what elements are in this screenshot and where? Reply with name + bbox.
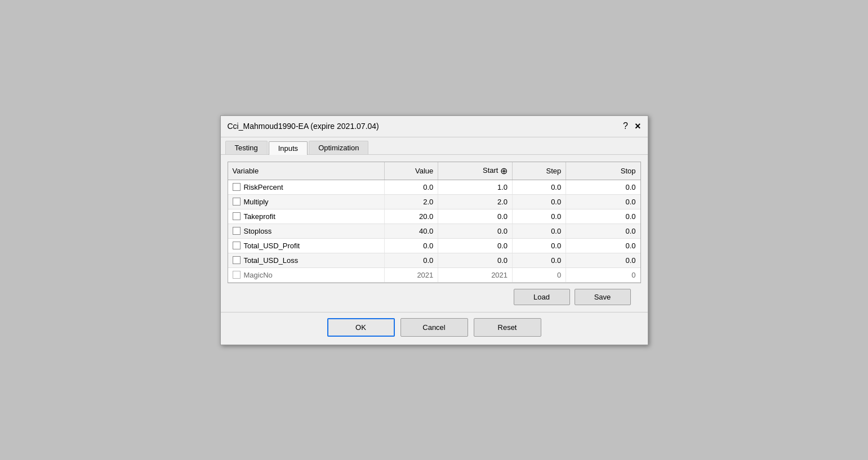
table-row: Multiply2.02.00.00.0 xyxy=(228,194,640,209)
row-checkbox[interactable] xyxy=(233,256,241,264)
reset-button[interactable]: Reset xyxy=(474,318,541,337)
cell-stop[interactable]: 0.0 xyxy=(566,253,640,267)
window-title: Cci_Mahmoud1990-EA (expire 2021.07.04) xyxy=(228,122,379,131)
table-row: Stoploss40.00.00.00.0 xyxy=(228,224,640,238)
cell-variable: MagicNo xyxy=(228,267,385,282)
tab-testing[interactable]: Testing xyxy=(225,141,268,154)
cell-variable: RiskPercent xyxy=(228,180,385,195)
save-button[interactable]: Save xyxy=(575,289,631,305)
cell-stop[interactable]: 0 xyxy=(566,267,640,282)
close-button[interactable]: × xyxy=(635,120,641,132)
cell-step[interactable]: 0.0 xyxy=(513,180,566,195)
col-header-value: Value xyxy=(385,162,438,180)
cell-value[interactable]: 2.0 xyxy=(385,194,438,209)
cell-stop[interactable]: 0.0 xyxy=(566,224,640,238)
cell-variable: Total_USD_Profit xyxy=(228,238,385,253)
cell-value[interactable]: 20.0 xyxy=(385,209,438,224)
main-window: Cci_Mahmoud1990-EA (expire 2021.07.04) ?… xyxy=(220,115,648,345)
cell-value[interactable]: 0.0 xyxy=(385,253,438,267)
cell-step[interactable]: 0 xyxy=(513,267,566,282)
cell-start[interactable]: 2021 xyxy=(438,267,513,282)
ok-button[interactable]: OK xyxy=(327,318,395,337)
col-header-start[interactable]: Start ⊕ xyxy=(438,162,513,180)
table-action-buttons: Load Save xyxy=(228,289,641,305)
variable-name: Takeprofit xyxy=(244,212,275,221)
table-scroll-area[interactable]: RiskPercent0.01.00.00.0Multiply2.02.00.0… xyxy=(228,180,640,283)
cell-variable: Multiply xyxy=(228,194,385,209)
tab-content: Variable Value Start ⊕ Step xyxy=(221,155,648,312)
load-button[interactable]: Load xyxy=(514,289,570,305)
table-row: Total_USD_Loss0.00.00.00.0 xyxy=(228,253,640,267)
cell-step[interactable]: 0.0 xyxy=(513,194,566,209)
table-row: MagicNo2021202100 xyxy=(228,267,640,282)
table-row: Total_USD_Profit0.00.00.00.0 xyxy=(228,238,640,253)
cell-variable: Total_USD_Loss xyxy=(228,253,385,267)
column-headers: Variable Value Start ⊕ Step xyxy=(228,162,640,180)
variable-name: RiskPercent xyxy=(244,183,283,191)
cell-start[interactable]: 0.0 xyxy=(438,209,513,224)
variable-name: Total_USD_Profit xyxy=(244,242,300,250)
cancel-button[interactable]: Cancel xyxy=(400,318,468,337)
inputs-table: RiskPercent0.01.00.00.0Multiply2.02.00.0… xyxy=(228,180,640,283)
inputs-table-container: Variable Value Start ⊕ Step xyxy=(228,162,641,283)
row-checkbox[interactable] xyxy=(233,242,241,249)
cell-step[interactable]: 0.0 xyxy=(513,238,566,253)
table-row: RiskPercent0.01.00.00.0 xyxy=(228,180,640,195)
col-header-stop: Stop xyxy=(566,162,640,180)
table-row: Takeprofit20.00.00.00.0 xyxy=(228,209,640,224)
col-header-step: Step xyxy=(513,162,566,180)
tab-inputs[interactable]: Inputs xyxy=(269,141,308,155)
title-bar: Cci_Mahmoud1990-EA (expire 2021.07.04) ?… xyxy=(221,116,648,137)
cell-value[interactable]: 0.0 xyxy=(385,238,438,253)
cell-start[interactable]: 0.0 xyxy=(438,238,513,253)
row-checkbox[interactable] xyxy=(233,271,241,279)
cell-start[interactable]: 1.0 xyxy=(438,180,513,195)
cell-stop[interactable]: 0.0 xyxy=(566,209,640,224)
variable-name: MagicNo xyxy=(244,271,273,279)
variable-name: Stoploss xyxy=(244,227,272,235)
row-checkbox[interactable] xyxy=(233,183,241,191)
cell-step[interactable]: 0.0 xyxy=(513,224,566,238)
footer: OK Cancel Reset xyxy=(221,312,648,345)
tab-optimization[interactable]: Optimization xyxy=(309,141,368,154)
cell-variable: Takeprofit xyxy=(228,209,385,224)
cell-stop[interactable]: 0.0 xyxy=(566,238,640,253)
cell-stop[interactable]: 0.0 xyxy=(566,194,640,209)
row-checkbox[interactable] xyxy=(233,198,241,206)
cell-variable: Stoploss xyxy=(228,224,385,238)
cell-start[interactable]: 0.0 xyxy=(438,224,513,238)
row-checkbox[interactable] xyxy=(233,212,241,220)
variable-name: Multiply xyxy=(244,198,269,206)
cell-stop[interactable]: 0.0 xyxy=(566,180,640,195)
cell-start[interactable]: 0.0 xyxy=(438,253,513,267)
title-bar-controls: ? × xyxy=(623,120,640,132)
cell-value[interactable]: 0.0 xyxy=(385,180,438,195)
help-button[interactable]: ? xyxy=(623,121,628,131)
col-header-variable: Variable xyxy=(228,162,385,180)
variable-name: Total_USD_Loss xyxy=(244,256,299,265)
cell-value[interactable]: 2021 xyxy=(385,267,438,282)
cell-step[interactable]: 0.0 xyxy=(513,253,566,267)
cell-value[interactable]: 40.0 xyxy=(385,224,438,238)
row-checkbox[interactable] xyxy=(233,227,241,235)
cell-step[interactable]: 0.0 xyxy=(513,209,566,224)
cell-start[interactable]: 2.0 xyxy=(438,194,513,209)
tab-bar: Testing Inputs Optimization xyxy=(221,137,648,155)
col-resize-icon[interactable]: ⊕ xyxy=(500,166,508,176)
